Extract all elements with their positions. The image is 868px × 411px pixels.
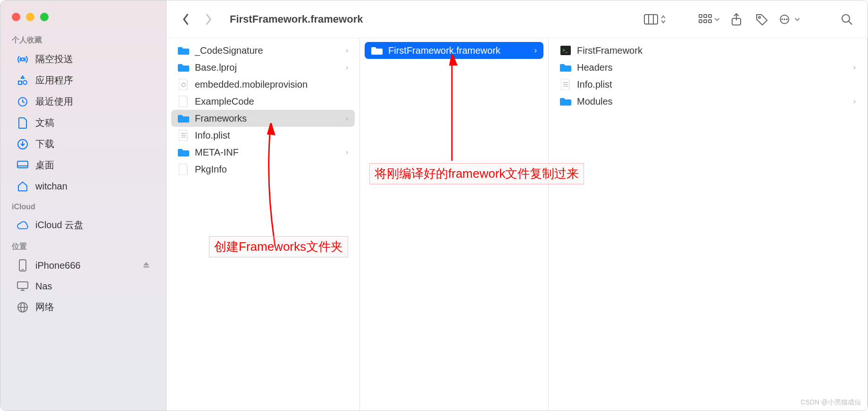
sidebar-item-label: 桌面 [35,159,54,172]
sidebar-section-header: iCloud [0,197,166,214]
svg-rect-24 [704,20,707,23]
recent-icon [17,96,29,108]
column-2: FirstFramework.framework› [360,38,549,411]
file-row[interactable]: Info.plist [171,127,355,144]
file-label: Frameworks [195,113,247,124]
plist-icon [560,79,571,90]
sidebar-section-header: 位置 [0,236,166,255]
sidebar-item[interactable]: 下载 [5,134,161,154]
file-label: _CodeSignature [195,45,263,56]
sidebar-item-label: 下载 [35,138,54,150]
sidebar-item-label: 隔空投送 [35,53,73,66]
file-row[interactable]: PkgInfo [171,161,355,178]
minimize-icon[interactable] [26,13,34,21]
svg-point-2 [23,81,27,84]
toolbar: FirstFramework.framework [167,0,868,38]
blank-file-icon [178,96,189,107]
sidebar-item-label: 网络 [35,301,54,313]
folder-icon [178,62,189,73]
file-row[interactable]: >_FirstFramework [553,42,862,59]
watermark: CSDN @小黑猫成仙 [801,398,861,407]
file-row[interactable]: META-INF› [171,144,355,161]
window-title: FirstFramework.framework [230,13,363,25]
display-icon [17,280,29,292]
sidebar-item-label: 文稿 [35,116,54,129]
chevron-right-icon: › [346,148,348,156]
action-menu-button[interactable] [778,15,801,24]
group-by-button[interactable] [699,14,720,25]
sidebar-item[interactable]: Nas [5,276,161,296]
svg-text:>_: >_ [562,48,568,53]
svg-rect-21 [704,15,707,17]
exec-icon: >_ [560,45,571,56]
finder-window: 个人收藏隔空投送应用程序最近使用文稿下载桌面witchaniCloudiClou… [0,0,868,411]
sidebar-item[interactable]: iCloud 云盘 [5,215,161,235]
svg-line-33 [849,21,852,25]
chevron-right-icon: › [346,63,348,72]
folder-icon [560,62,571,73]
file-row[interactable]: ExampleCode [171,93,355,110]
column-1: _CodeSignature›Base.lproj›embedded.mobil… [167,38,360,411]
file-label: embedded.mobileprovision [195,79,308,90]
chevron-right-icon: › [853,63,856,72]
file-label: Info.plist [195,130,230,141]
close-icon[interactable] [12,13,20,21]
chevron-right-icon: › [534,46,537,55]
zoom-icon[interactable] [40,13,49,21]
svg-rect-20 [699,15,702,17]
column-browser: _CodeSignature›Base.lproj›embedded.mobil… [167,38,868,411]
sidebar-item-label: 应用程序 [35,74,73,87]
svg-point-27 [759,16,760,18]
view-columns-button[interactable] [644,14,667,25]
file-row[interactable]: Modules› [553,93,862,110]
sidebar-item[interactable]: witchan [5,176,161,196]
file-label: Base.lproj [195,62,237,73]
chevron-right-icon: › [346,114,348,123]
sidebar-item[interactable]: 隔空投送 [5,49,161,69]
sidebar-item[interactable]: 网络 [5,297,161,317]
file-label: Headers [577,62,613,73]
svg-rect-10 [143,266,149,268]
file-label: META-INF [195,147,239,158]
file-row[interactable]: Headers› [553,59,862,76]
file-row[interactable]: _CodeSignature› [171,42,355,59]
folder-icon [560,96,571,107]
home-icon [17,180,29,192]
file-row[interactable]: Base.lproj› [171,59,355,76]
sidebar-item[interactable]: 最近使用 [5,91,161,112]
sidebar-item[interactable]: iPhone666 [5,255,161,275]
file-label: FirstFramework [577,45,643,56]
forward-button[interactable] [200,11,217,27]
folder-icon [178,147,189,158]
sidebar-item[interactable]: 文稿 [5,113,161,133]
download-icon [17,138,29,150]
file-row[interactable]: Info.plist [553,76,862,93]
phone-icon [17,259,29,271]
sidebar-item[interactable]: 应用程序 [5,70,161,90]
svg-point-29 [781,18,783,20]
sidebar-section-header: 个人收藏 [0,30,166,48]
sidebar-item[interactable]: 桌面 [5,155,161,175]
gear-file-icon [178,79,189,90]
file-label: ExampleCode [195,96,254,107]
window-controls [0,8,166,30]
eject-icon[interactable] [142,260,150,271]
search-button[interactable] [837,10,856,29]
svg-rect-17 [644,15,658,24]
file-row[interactable]: embedded.mobileprovision [171,76,355,93]
svg-rect-6 [17,161,28,168]
svg-point-32 [842,15,850,22]
svg-point-30 [784,18,785,20]
airdrop-icon [17,53,29,66]
svg-rect-23 [699,20,702,23]
back-button[interactable] [178,11,194,27]
globe-icon [17,301,29,313]
tags-button[interactable] [752,10,771,29]
svg-rect-11 [17,282,28,288]
doc-icon [17,117,29,129]
file-label: FirstFramework.framework [388,45,501,56]
file-row[interactable]: FirstFramework.framework› [365,42,543,59]
file-label: Modules [577,96,613,107]
share-button[interactable] [727,10,746,29]
file-row[interactable]: Frameworks› [171,110,355,127]
